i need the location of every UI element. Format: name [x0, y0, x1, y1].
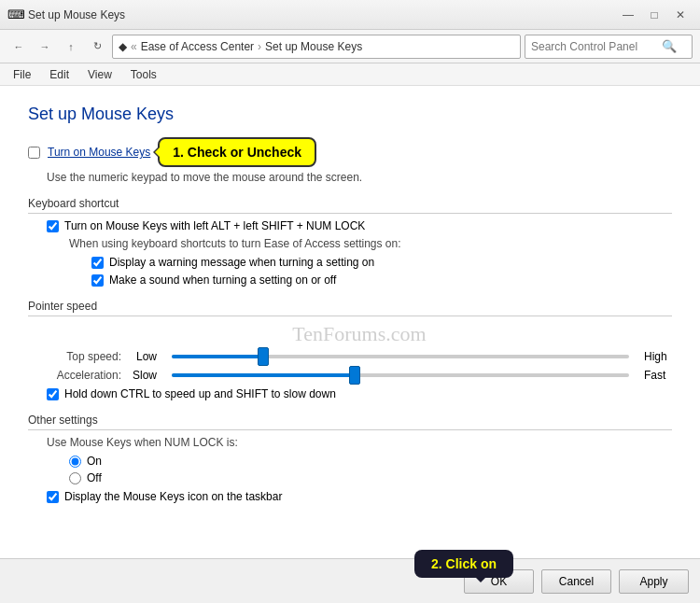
acceleration-slider-container	[164, 373, 637, 377]
other-settings-content: Use Mouse Keys when NUM LOCK is: On Off …	[47, 436, 672, 503]
menu-bar: File Edit View Tools	[0, 63, 700, 86]
turn-on-desc: Use the numeric keypad to move the mouse…	[47, 171, 672, 184]
forward-button[interactable]: →	[34, 35, 56, 58]
slow-label: Slow	[129, 369, 157, 382]
sound-checkbox[interactable]	[91, 274, 104, 287]
callout-check-uncheck: 1. Check or Uncheck	[158, 137, 316, 167]
page-title: Set up Mouse Keys	[28, 105, 672, 124]
menu-tools[interactable]: Tools	[125, 66, 162, 83]
top-speed-row: Top speed: Low High	[47, 350, 672, 363]
top-speed-label: Top speed:	[47, 350, 121, 363]
title-bar-controls: — □ ✕	[616, 5, 693, 25]
radio-on-row: On	[69, 455, 672, 468]
address-bar: ← → ↑ ↻ ◆ « Keyboard shortcut Ease of Ac…	[0, 30, 700, 63]
acceleration-track	[172, 373, 629, 377]
other-settings-label: Other settings	[28, 414, 672, 430]
ctrl-row: Hold down CTRL to speed up and SHIFT to …	[47, 387, 672, 400]
radio-on[interactable]	[69, 456, 81, 468]
close-button[interactable]: ✕	[668, 5, 693, 25]
high-label: High	[644, 350, 672, 363]
pointer-speed-label: Pointer speed	[28, 300, 672, 316]
fast-label: Fast	[644, 369, 672, 382]
acceleration-label: Acceleration:	[47, 369, 121, 382]
sub-label: When using keyboard shortcuts to turn Ea…	[69, 237, 672, 250]
ctrl-checkbox[interactable]	[47, 388, 59, 400]
title-bar-icon: ⌨	[7, 7, 22, 22]
main-shortcut-row: Turn on Mouse Keys with left ALT + left …	[47, 219, 672, 232]
callout-click-on: 2. Click on	[414, 550, 513, 578]
keyboard-shortcut-content: Turn on Mouse Keys with left ALT + left …	[47, 219, 672, 287]
warning-row: Display a warning message when turning a…	[91, 256, 672, 269]
menu-edit[interactable]: Edit	[44, 66, 75, 83]
bottom-bar: 2. Click on OK Cancel Apply	[0, 558, 700, 603]
radio-off-label[interactable]: Off	[87, 471, 102, 484]
radio-off[interactable]	[69, 472, 81, 484]
main-shortcut-checkbox[interactable]	[47, 220, 59, 232]
back-button[interactable]: ←	[7, 35, 30, 58]
taskbar-row: Display the Mouse Keys icon on the taskb…	[47, 490, 672, 503]
top-speed-thumb[interactable]	[258, 347, 269, 366]
warning-label[interactable]: Display a warning message when turning a…	[109, 256, 374, 269]
main-shortcut-label[interactable]: Turn on Mouse Keys with left ALT + left …	[64, 219, 365, 232]
ctrl-label[interactable]: Hold down CTRL to speed up and SHIFT to …	[64, 387, 336, 400]
breadcrumb-ease-label: Ease of Access Center	[141, 40, 254, 53]
acceleration-fill	[172, 373, 355, 377]
acceleration-row: Acceleration: Slow Fast	[47, 369, 672, 382]
taskbar-checkbox[interactable]	[47, 491, 59, 503]
breadcrumb-current: Set up Mouse Keys	[265, 40, 362, 53]
turn-on-checkbox[interactable]	[28, 147, 40, 159]
main-content: Set up Mouse Keys Turn on Mouse Keys 1. …	[0, 86, 700, 558]
turn-on-row: Turn on Mouse Keys 1. Check or Uncheck	[28, 137, 672, 167]
top-speed-slider-container	[164, 355, 637, 358]
warning-checkbox[interactable]	[91, 257, 104, 269]
up-button[interactable]: ↑	[60, 35, 82, 58]
watermark: TenForums.com	[47, 322, 672, 346]
title-bar: ⌨ Set up Mouse Keys — □ ✕	[0, 0, 700, 30]
top-speed-track	[172, 355, 629, 358]
search-icon: 🔍	[662, 39, 677, 53]
sub-options: When using keyboard shortcuts to turn Ea…	[69, 237, 672, 287]
acceleration-thumb[interactable]	[349, 366, 360, 385]
taskbar-label[interactable]: Display the Mouse Keys icon on the taskb…	[64, 490, 282, 503]
radio-off-row: Off	[69, 471, 672, 484]
num-lock-label: Use Mouse Keys when NUM LOCK is:	[47, 436, 672, 449]
sound-label[interactable]: Make a sound when turning a setting on o…	[109, 273, 336, 287]
menu-view[interactable]: View	[82, 66, 118, 83]
search-box[interactable]: 🔍	[525, 35, 693, 59]
apply-button[interactable]: Apply	[619, 569, 689, 594]
turn-on-label[interactable]: Turn on Mouse Keys	[48, 146, 150, 159]
refresh-button[interactable]: ↻	[86, 35, 108, 58]
maximize-button[interactable]: □	[642, 5, 666, 25]
title-bar-title: Set up Mouse Keys	[28, 8, 616, 21]
pointer-speed-content: TenForums.com Top speed: Low High Accele…	[47, 322, 672, 400]
address-box[interactable]: ◆ « Keyboard shortcut Ease of Access Cen…	[112, 35, 521, 59]
search-input[interactable]	[531, 40, 662, 53]
sound-row: Make a sound when turning a setting on o…	[91, 273, 672, 287]
breadcrumb-home: ◆	[119, 40, 127, 53]
cancel-button[interactable]: Cancel	[541, 569, 611, 594]
low-label: Low	[129, 350, 157, 363]
minimize-button[interactable]: —	[616, 5, 640, 25]
menu-file[interactable]: File	[7, 66, 36, 83]
radio-on-label[interactable]: On	[87, 455, 102, 468]
top-speed-fill	[172, 355, 263, 358]
keyboard-shortcut-label: Keyboard shortcut	[28, 197, 672, 214]
